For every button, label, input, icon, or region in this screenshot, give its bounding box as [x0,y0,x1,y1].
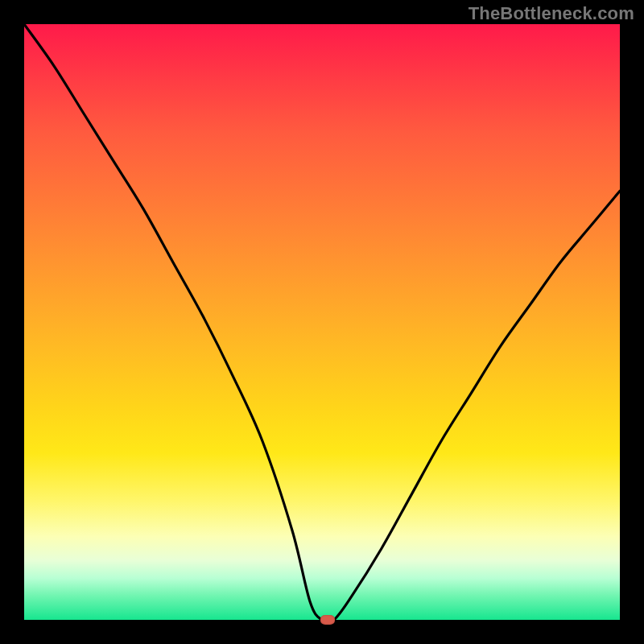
optimal-point-marker [320,615,335,625]
source-attribution: TheBottleneck.com [469,3,634,24]
chart-frame: TheBottleneck.com [0,0,644,644]
bottleneck-curve [24,24,620,620]
plot-area [24,24,620,620]
